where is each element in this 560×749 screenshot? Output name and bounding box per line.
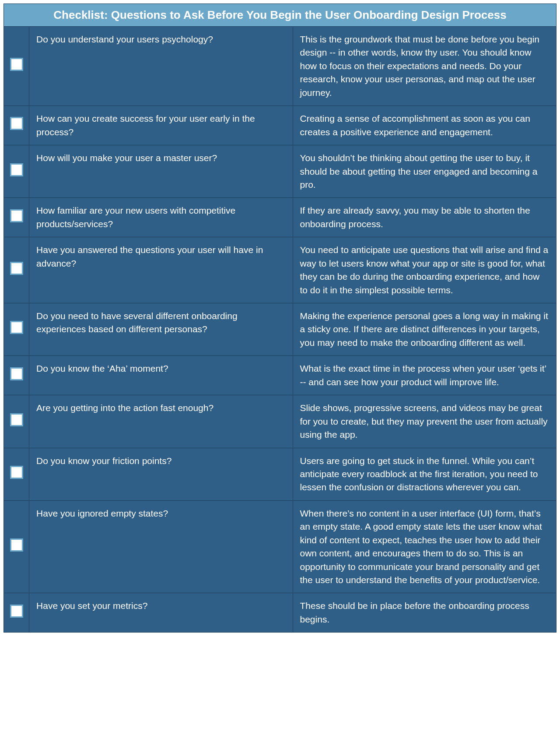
table-row: Do you need to have several different on… [4,303,556,356]
checklist-table: Checklist: Questions to Ask Before You B… [4,4,556,633]
answer-cell: You shouldn’t be thinking about getting … [293,145,556,198]
question-cell: Have you answered the questions your use… [29,237,293,303]
checkbox-cell [4,27,29,106]
table-row: Do you know your friction points?Users a… [4,448,556,500]
question-cell: Do you understand your users psychology? [29,27,293,106]
question-cell: How can you create success for your user… [29,106,293,145]
checkbox-cell [4,395,29,448]
question-cell: Do you know the ‘Aha’ moment? [29,356,293,395]
question-cell: Do you know your friction points? [29,448,293,500]
checkbox-cell [4,145,29,198]
answer-cell: Users are going to get stuck in the funn… [293,448,556,500]
checkbox-cell [4,593,29,633]
checklist-body: Do you understand your users psychology?… [4,27,556,633]
table-row: How familiar are your new users with com… [4,198,556,237]
checkbox[interactable] [10,163,23,176]
checkbox-cell [4,356,29,395]
checkbox-cell [4,106,29,145]
question-cell: Do you need to have several different on… [29,303,293,356]
question-cell: How will you make your user a master use… [29,145,293,198]
answer-cell: These should be in place before the onbo… [293,593,556,633]
question-cell: Are you getting into the action fast eno… [29,395,293,448]
checkbox[interactable] [10,321,23,334]
question-cell: Have you set your metrics? [29,593,293,633]
checklist-title: Checklist: Questions to Ask Before You B… [4,4,556,27]
checkbox[interactable] [10,58,23,71]
checkbox-cell [4,448,29,500]
checkbox[interactable] [10,466,23,479]
checkbox-cell [4,198,29,237]
checkbox[interactable] [10,209,23,222]
table-row: Do you understand your users psychology?… [4,27,556,106]
checkbox[interactable] [10,117,23,130]
checkbox-cell [4,237,29,303]
table-row: How will you make your user a master use… [4,145,556,198]
checkbox[interactable] [10,367,23,380]
checkbox-cell [4,303,29,356]
answer-cell: Creating a sense of accomplishment as so… [293,106,556,145]
answer-cell: If they are already savvy, you may be ab… [293,198,556,237]
checkbox-cell [4,500,29,593]
table-row: Have you set your metrics?These should b… [4,593,556,633]
answer-cell: Slide shows, progressive screens, and vi… [293,395,556,448]
checkbox[interactable] [10,262,23,275]
answer-cell: You need to anticipate use questions tha… [293,237,556,303]
answer-cell: When there’s no content in a user interf… [293,500,556,593]
checkbox[interactable] [10,605,23,618]
table-row: Are you getting into the action fast eno… [4,395,556,448]
answer-cell: What is the exact time in the process wh… [293,356,556,395]
table-row: Have you ignored empty states?When there… [4,500,556,593]
answer-cell: This is the groundwork that must be done… [293,27,556,106]
answer-cell: Making the experience personal goes a lo… [293,303,556,356]
table-row: Have you answered the questions your use… [4,237,556,303]
checkbox[interactable] [10,538,23,552]
table-row: Do you know the ‘Aha’ moment?What is the… [4,356,556,395]
table-row: How can you create success for your user… [4,106,556,145]
question-cell: How familiar are your new users with com… [29,198,293,237]
question-cell: Have you ignored empty states? [29,500,293,593]
checkbox[interactable] [10,413,23,426]
